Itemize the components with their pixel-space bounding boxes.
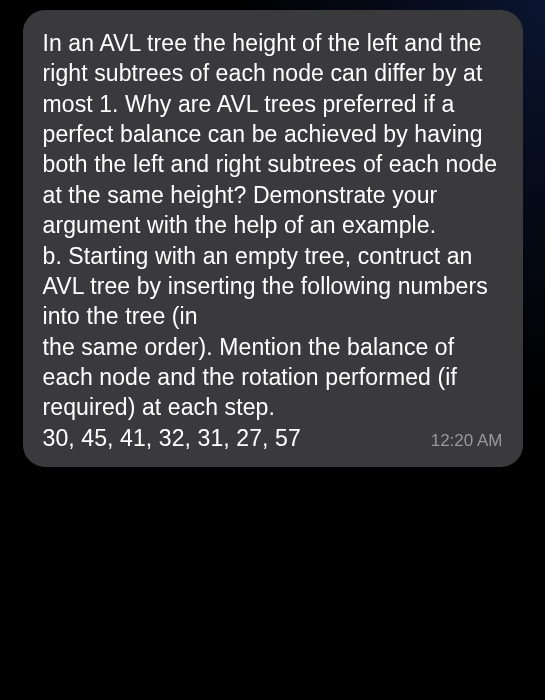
message-timestamp: 12:20 AM [431,431,503,451]
message-last-line-row: 30, 45, 41, 32, 31, 27, 57 12:20 AM [43,423,503,453]
message-text: In an AVL tree the height of the left an… [43,28,503,423]
chat-message-bubble[interactable]: In an AVL tree the height of the left an… [23,10,523,467]
message-last-line: 30, 45, 41, 32, 31, 27, 57 [43,423,301,453]
